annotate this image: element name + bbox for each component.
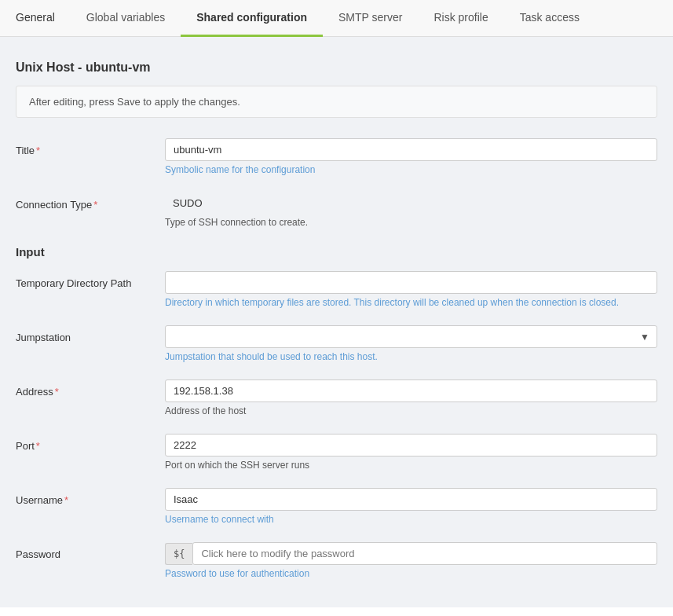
connection-type-field: SUDO Type of SSH connection to create. <box>165 192 657 228</box>
port-field: Port on which the SSH server runs <box>165 434 657 471</box>
tab-smtp-server[interactable]: SMTP server <box>323 0 418 37</box>
port-input[interactable] <box>165 434 657 456</box>
connection-type-value: SUDO <box>165 192 657 214</box>
title-row: Title* Symbolic name for the configurati… <box>16 134 657 180</box>
connection-type-row: Connection Type* SUDO Type of SSH connec… <box>16 188 657 233</box>
jumpstation-select[interactable] <box>165 325 657 348</box>
jumpstation-field: ▼ Jumpstation that should be used to rea… <box>165 325 657 362</box>
password-label: Password <box>16 542 165 560</box>
title-label: Title* <box>16 138 165 156</box>
jumpstation-label: Jumpstation <box>16 325 165 343</box>
title-hint: Symbolic name for the configuration <box>165 164 657 175</box>
jumpstation-select-wrapper: ▼ <box>165 325 657 348</box>
address-input[interactable] <box>165 380 657 402</box>
title-input[interactable] <box>165 138 657 161</box>
address-hint: Address of the host <box>165 405 657 416</box>
password-input-group: ${ <box>165 542 657 565</box>
tab-risk-profile[interactable]: Risk profile <box>418 0 503 37</box>
password-row: Password ${ Password to use for authenti… <box>16 537 657 584</box>
section-title: Unix Host - ubuntu-vm <box>16 60 657 75</box>
tab-general[interactable]: General <box>0 0 71 37</box>
address-row: Address* Address of the host <box>16 375 657 421</box>
username-row: Username* Username to connect with <box>16 483 657 530</box>
subsection-input: Input <box>16 245 657 258</box>
username-hint: Username to connect with <box>165 514 657 525</box>
tab-shared-configuration[interactable]: Shared configuration <box>181 0 323 37</box>
username-field: Username to connect with <box>165 488 657 525</box>
info-message: After editing, press Save to apply the c… <box>16 86 657 118</box>
password-hint: Password to use for authentication <box>165 568 657 579</box>
password-field: ${ Password to use for authentication <box>165 542 657 579</box>
temp-dir-row: Temporary Directory Path Directory in wh… <box>16 266 657 313</box>
address-label: Address* <box>16 380 165 398</box>
port-hint: Port on which the SSH server runs <box>165 460 657 471</box>
title-field: Symbolic name for the configuration <box>165 138 657 175</box>
connection-type-hint: Type of SSH connection to create. <box>165 217 657 228</box>
username-input[interactable] <box>165 488 657 511</box>
jumpstation-row: Jumpstation ▼ Jumpstation that should be… <box>16 321 657 367</box>
jumpstation-hint: Jumpstation that should be used to reach… <box>165 351 657 362</box>
tab-task-access[interactable]: Task access <box>504 0 595 37</box>
password-template-button[interactable]: ${ <box>165 543 192 565</box>
tab-bar: General Global variables Shared configur… <box>0 0 673 37</box>
temp-dir-input[interactable] <box>165 271 657 294</box>
port-row: Port* Port on which the SSH server runs <box>16 429 657 475</box>
address-field: Address of the host <box>165 380 657 416</box>
connection-type-label: Connection Type* <box>16 192 165 211</box>
temp-dir-label: Temporary Directory Path <box>16 271 165 289</box>
content-area: Unix Host - ubuntu-vm After editing, pre… <box>0 37 673 607</box>
temp-dir-hint: Directory in which temporary files are s… <box>165 297 657 308</box>
password-input[interactable] <box>192 542 657 565</box>
tab-global-variables[interactable]: Global variables <box>71 0 181 37</box>
temp-dir-field: Directory in which temporary files are s… <box>165 271 657 308</box>
port-label: Port* <box>16 434 165 452</box>
username-label: Username* <box>16 488 165 506</box>
